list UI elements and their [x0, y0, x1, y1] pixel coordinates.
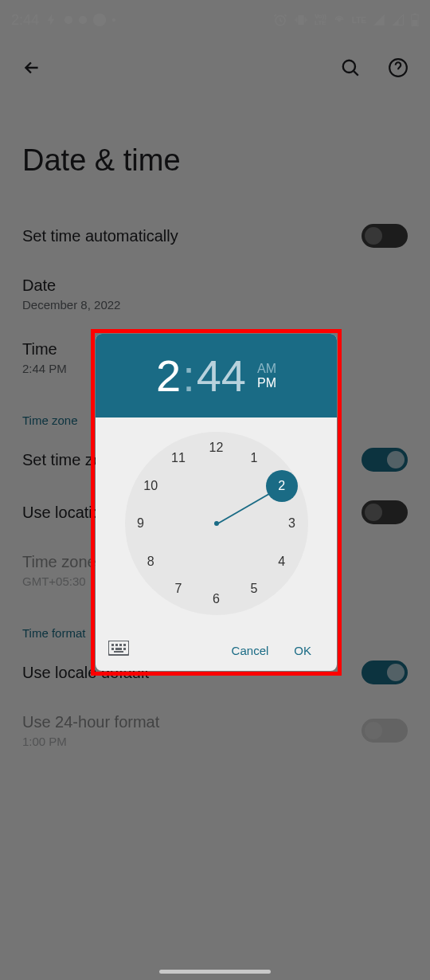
time-picker-dialog: 2 : 44 AM PM 121234567891011 Cancel OK: [96, 334, 337, 671]
svg-rect-20: [114, 651, 123, 653]
svg-rect-19: [115, 648, 122, 650]
keyboard-input-button[interactable]: [108, 641, 132, 660]
clock-hour-7[interactable]: 7: [166, 577, 190, 601]
clock-hour-11[interactable]: 11: [166, 446, 190, 470]
clock-hour-3[interactable]: 3: [280, 512, 304, 535]
clock-hour-4[interactable]: 4: [270, 550, 294, 574]
clock-hour-10[interactable]: 10: [139, 474, 162, 498]
time-colon: :: [182, 350, 195, 402]
pm-toggle[interactable]: PM: [257, 376, 276, 390]
am-toggle[interactable]: AM: [257, 362, 276, 376]
time-minute[interactable]: 44: [197, 350, 246, 402]
time-hour[interactable]: 2: [156, 350, 181, 402]
clock-hour-2[interactable]: 2: [266, 470, 298, 502]
clock-face[interactable]: 121234567891011: [96, 417, 337, 629]
home-indicator[interactable]: [159, 970, 271, 974]
svg-rect-13: [111, 644, 114, 646]
clock-hour-12[interactable]: 12: [205, 436, 229, 460]
clock-hour-8[interactable]: 8: [139, 550, 162, 574]
clock-hour-5[interactable]: 5: [242, 577, 266, 601]
ok-button[interactable]: OK: [281, 637, 324, 664]
svg-rect-17: [111, 648, 114, 650]
cancel-button[interactable]: Cancel: [219, 637, 282, 664]
dialog-actions: Cancel OK: [96, 629, 337, 671]
clock-hour-9[interactable]: 9: [129, 512, 153, 535]
svg-rect-15: [119, 644, 122, 646]
svg-rect-14: [115, 644, 118, 646]
svg-rect-16: [123, 644, 126, 646]
clock-hour-1[interactable]: 1: [242, 446, 266, 470]
svg-rect-18: [123, 648, 126, 650]
time-display: 2 : 44 AM PM: [96, 334, 337, 417]
clock-hour-6[interactable]: 6: [205, 587, 229, 611]
